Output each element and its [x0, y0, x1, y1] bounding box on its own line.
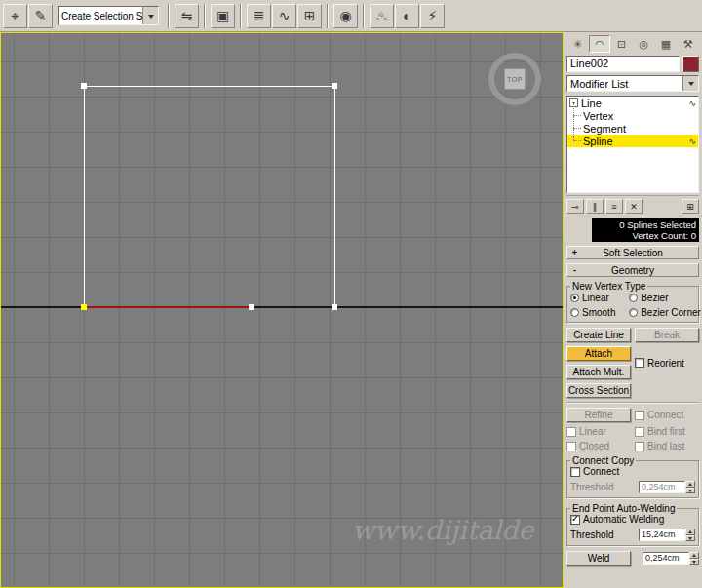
checkbox-label: Bind last [647, 441, 684, 451]
spinner-down-icon[interactable] [685, 535, 695, 542]
checkbox-icon [570, 467, 580, 477]
top-viewport[interactable]: TOP www.dijitalde [0, 32, 564, 588]
spinner-value[interactable]: 0,254cm [643, 552, 689, 565]
connect-copy-threshold-spinner[interactable]: 0,254cm [639, 481, 695, 493]
new-vertex-type-group: New Vertex Type Linear Bezier Smooth Bez… [566, 281, 699, 323]
rollout-soft-selection[interactable]: + Soft Selection [566, 246, 699, 259]
dropdown-arrow-icon[interactable] [682, 76, 698, 91]
pin-stack-icon[interactable]: ⊸ [566, 199, 584, 214]
weld-button[interactable]: Weld [566, 551, 631, 566]
curve-editor-icon[interactable]: ∿ [272, 4, 296, 28]
checkbox-label: Closed [579, 441, 609, 451]
stack-row-label: Segment [583, 123, 696, 135]
closed-checkbox[interactable]: Closed [566, 441, 631, 451]
linear-checkbox[interactable]: Linear [566, 426, 631, 437]
radio-bezier[interactable]: Bezier [629, 293, 695, 303]
material-editor-icon[interactable]: ◉ [333, 4, 358, 28]
bind-first-checkbox[interactable]: Bind first [635, 426, 699, 437]
group-title: New Vertex Type [570, 281, 647, 292]
rendered-frame-window-icon[interactable]: ◐ [395, 4, 419, 28]
spinner-value[interactable]: 15,24cm [639, 529, 685, 541]
vertex-bottom-middle[interactable] [249, 304, 254, 310]
spline-edge-left[interactable] [84, 86, 85, 307]
tab-display-icon[interactable]: ▦ [655, 35, 678, 53]
automatic-welding-checkbox[interactable]: Automatic Welding [570, 514, 695, 525]
spinner-value[interactable]: 0,254cm [639, 481, 685, 493]
tab-utilities-icon[interactable]: ⚒ [677, 35, 699, 53]
object-name-field[interactable]: Line002 [566, 56, 680, 72]
radio-smooth[interactable]: Smooth [570, 307, 629, 318]
edit-named-selection-sets-icon[interactable]: ✎ [28, 4, 53, 28]
group-title: Connect Copy [570, 455, 636, 466]
vertex-top-left[interactable] [81, 83, 87, 89]
mirror-icon[interactable]: ⇋ [175, 4, 199, 28]
spinner-down-icon[interactable] [685, 488, 695, 494]
rollout-expand-icon: + [570, 248, 579, 257]
status-line-1: 0 Splines Selected [595, 219, 696, 230]
make-unique-icon[interactable]: ≡ [605, 199, 623, 214]
tab-hierarchy-icon[interactable]: ⊡ [610, 35, 633, 53]
tab-motion-icon[interactable]: ◎ [633, 35, 655, 53]
schematic-view-icon[interactable]: ⊞ [297, 4, 322, 28]
connect-copy-checkbox[interactable]: Connect [570, 466, 695, 477]
show-end-result-icon[interactable]: ∥ [586, 199, 604, 214]
bind-last-checkbox[interactable]: Bind last [635, 441, 699, 451]
radio-icon [570, 308, 579, 317]
connect-copy-group: Connect Copy Connect Threshold 0,254cm [566, 455, 699, 498]
radio-icon [629, 294, 638, 302]
toolbar-separator [240, 4, 242, 28]
toolbar-separator [204, 4, 206, 28]
stack-toolbar: ⊸ ∥ ≡ ✕ ⊞ [566, 195, 699, 214]
stack-row-spline-selected[interactable]: Spline ∿ [567, 135, 698, 147]
main-toolbar: ⌖ ✎ Create Selection Se ⇋ ▣ ≣ ∿ ⊞ ◉ ♨ ◐ … [0, 0, 702, 32]
quick-render-icon[interactable]: ⚡ [420, 4, 445, 28]
spline-edge-right[interactable] [334, 86, 335, 307]
checkbox-label: Connect [583, 466, 619, 477]
break-button[interactable]: Break [635, 328, 699, 342]
radio-label: Smooth [582, 307, 615, 318]
toolbar-separator [327, 4, 329, 28]
dropdown-arrow-icon[interactable] [142, 7, 158, 24]
remove-modifier-icon[interactable]: ✕ [625, 199, 643, 214]
attach-button[interactable]: Attach [566, 346, 631, 361]
align-icon[interactable]: ▣ [211, 4, 235, 28]
viewcube[interactable]: TOP [488, 53, 541, 105]
viewcube-top-face[interactable]: TOP [504, 68, 526, 90]
vertex-bottom-right[interactable] [332, 304, 337, 310]
refine-connect-checkbox[interactable]: Connect [635, 410, 699, 420]
object-color-swatch[interactable] [682, 56, 699, 72]
attach-mult-button[interactable]: Attach Mult. [566, 365, 631, 379]
rollout-geometry[interactable]: - Geometry [566, 263, 699, 277]
stack-row-line[interactable]: - Line ∿ [567, 97, 698, 109]
refine-button[interactable]: Refine [566, 408, 631, 422]
layer-manager-icon[interactable]: ≣ [247, 4, 271, 28]
stack-row-segment[interactable]: Segment [567, 122, 698, 135]
render-setup-icon[interactable]: ♨ [370, 4, 394, 28]
vertex-top-right[interactable] [332, 83, 337, 89]
create-line-button[interactable]: Create Line [566, 328, 631, 342]
select-and-manipulate-icon[interactable]: ⌖ [3, 4, 27, 28]
reorient-checkbox[interactable]: Reorient [635, 358, 684, 369]
tab-modify-icon[interactable]: ◠ [589, 35, 611, 53]
weld-value-spinner[interactable]: 0,254cm [643, 552, 699, 565]
command-panel: ✳ ◠ ⊡ ◎ ▦ ⚒ Line002 Modifier List - Line… [564, 32, 702, 588]
end-point-auto-welding-group: End Point Auto-Welding Automatic Welding… [566, 503, 699, 546]
tab-create-icon[interactable]: ✳ [566, 35, 589, 53]
spinner-down-icon[interactable] [689, 559, 699, 566]
stack-row-vertex[interactable]: Vertex [567, 109, 698, 122]
vertex-bottom-left-selected[interactable] [81, 304, 87, 310]
named-selection-sets-value: Create Selection Se [58, 11, 142, 21]
radio-bezier-corner[interactable]: Bezier Corner [629, 307, 695, 318]
modifier-list-dropdown[interactable]: Modifier List [566, 75, 699, 92]
configure-modifier-sets-icon[interactable]: ⊞ [682, 199, 699, 214]
checkbox-label: Linear [579, 426, 606, 437]
named-selection-sets-dropdown[interactable]: Create Selection Se [58, 6, 159, 25]
viewcube-label: TOP [507, 76, 523, 83]
radio-linear[interactable]: Linear [570, 293, 629, 303]
spline-edge-bottom-selected[interactable] [84, 306, 252, 308]
weld-threshold-spinner[interactable]: 15,24cm [639, 529, 695, 541]
active-level-icon: ∿ [688, 137, 696, 146]
group-title: End Point Auto-Welding [570, 503, 677, 514]
spline-edge-top[interactable] [84, 86, 335, 87]
cross-section-button[interactable]: Cross Section [566, 383, 631, 398]
